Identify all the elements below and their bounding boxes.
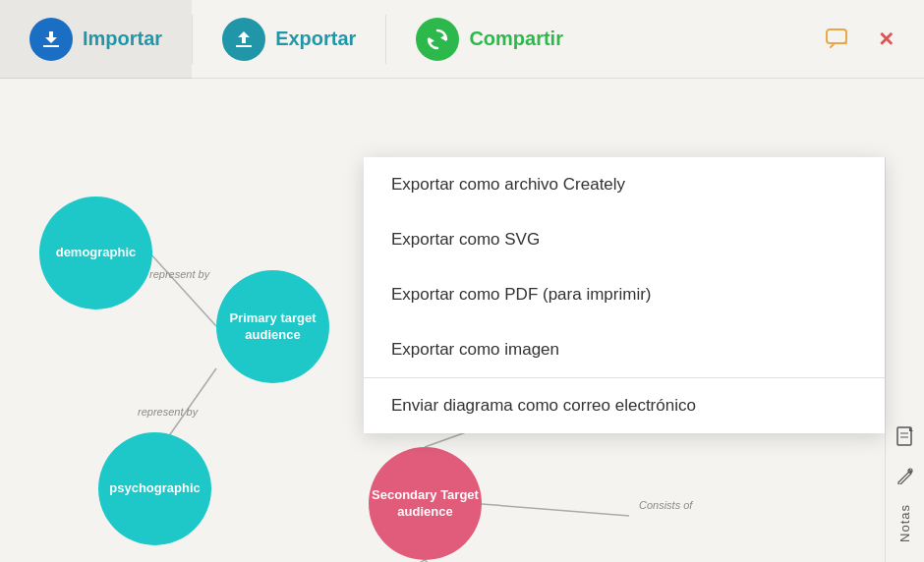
svg-rect-4	[827, 29, 846, 43]
node-psychographic[interactable]: psychographic	[98, 432, 211, 545]
line-label-4: Consists of	[639, 499, 692, 511]
notas-label[interactable]: Notas	[897, 504, 912, 542]
node-primary-target[interactable]: Primary target audience	[216, 270, 329, 383]
exportar-icon	[222, 18, 265, 61]
svg-marker-2	[440, 34, 446, 41]
svg-rect-1	[236, 45, 252, 47]
compartir-icon	[416, 18, 459, 61]
line-label-2: represent by	[138, 406, 198, 418]
export-pdf-item[interactable]: Exportar como PDF (para imprimir)	[364, 267, 885, 322]
node-secondary-target[interactable]: Secondary Target audience	[369, 447, 482, 560]
importar-icon	[29, 18, 73, 61]
compartir-button[interactable]: Compartir	[386, 0, 593, 79]
export-svg-item[interactable]: Exportar como SVG	[364, 212, 885, 267]
svg-marker-3	[429, 37, 434, 44]
export-dropdown: Exportar como archivo Creately Exportar …	[364, 157, 885, 433]
send-email-item[interactable]: Enviar diagrama como correo electrónico	[364, 378, 885, 433]
importar-label: Importar	[83, 28, 162, 50]
export-image-item[interactable]: Exportar como imagen	[364, 322, 885, 377]
importar-button[interactable]: Importar	[0, 0, 192, 79]
toolbar: Importar Exportar Compartir	[0, 0, 924, 79]
exportar-button[interactable]: Exportar	[193, 0, 385, 79]
line-label-1: represent by	[149, 268, 209, 280]
canvas-area: represent by represent by Consists of Co…	[0, 79, 924, 562]
svg-line-5	[149, 253, 216, 326]
notas-sidebar: Notas	[885, 157, 924, 562]
svg-rect-11	[897, 427, 911, 445]
chat-button[interactable]	[820, 21, 857, 58]
compartir-label: Compartir	[469, 28, 563, 50]
export-creately-item[interactable]: Exportar como archivo Creately	[364, 157, 885, 212]
close-button[interactable]: ✕	[867, 21, 904, 58]
svg-line-8	[482, 504, 629, 516]
edit-icon[interactable]	[896, 467, 914, 489]
page-icon[interactable]	[895, 425, 915, 452]
node-demographic[interactable]: demographic	[39, 197, 152, 309]
exportar-label: Exportar	[275, 28, 356, 50]
svg-rect-0	[43, 45, 59, 47]
toolbar-right-actions: ✕	[820, 21, 924, 58]
